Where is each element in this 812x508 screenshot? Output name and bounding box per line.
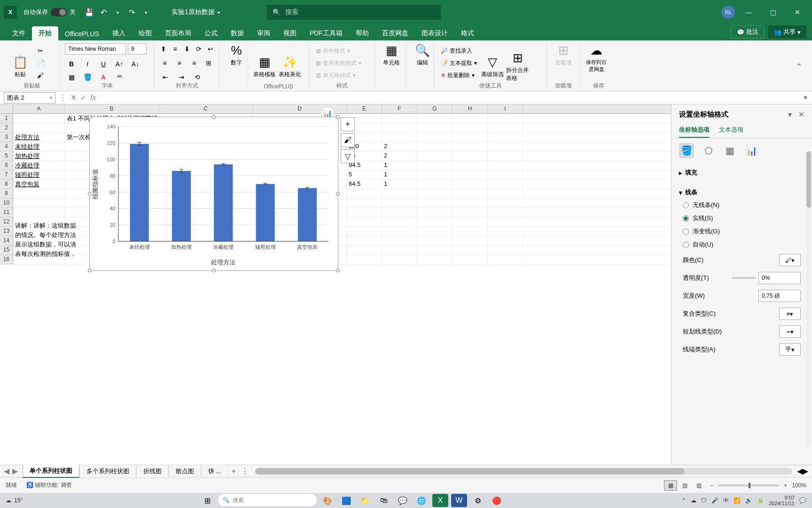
cell[interactable] <box>453 133 488 142</box>
cell[interactable] <box>347 246 382 254</box>
embedded-chart[interactable]: + 🖌 ▽ 020406080100120140未经处理加热处理冷藏处理辐照处理… <box>89 117 338 271</box>
cell[interactable] <box>453 161 488 170</box>
cell[interactable] <box>417 170 453 179</box>
row-header[interactable]: 8 <box>0 180 13 189</box>
indent-decrease-icon[interactable]: ⇤ <box>159 71 172 83</box>
cell[interactable]: 真空包装 <box>13 180 65 189</box>
cell[interactable]: 加热处理 <box>13 151 65 160</box>
share-button[interactable]: 👥 共享 ▾ <box>768 25 806 39</box>
cell[interactable] <box>382 208 417 217</box>
row-header[interactable]: 10 <box>0 198 13 208</box>
wrap-text-icon[interactable]: ↩ <box>206 43 215 55</box>
cell[interactable] <box>417 151 453 160</box>
cut-icon[interactable]: ✂ <box>34 45 47 56</box>
cell[interactable] <box>488 217 523 226</box>
axis-options-icon[interactable]: 📊 <box>744 143 759 158</box>
line-none-radio[interactable]: 无线条(N) <box>679 198 804 212</box>
close-button[interactable]: ✕ <box>787 3 808 22</box>
cell[interactable]: 处理方法 <box>13 133 65 142</box>
cell[interactable] <box>453 114 488 123</box>
task-word-icon[interactable]: W <box>451 494 467 507</box>
cell[interactable] <box>453 208 488 217</box>
pane-close-icon[interactable]: ✕ <box>798 110 804 119</box>
size-icon[interactable]: ▦ <box>722 143 737 158</box>
column-header[interactable]: H <box>453 104 488 113</box>
transparency-input[interactable] <box>758 272 801 284</box>
cell[interactable] <box>453 180 488 189</box>
lookup-button[interactable]: 🔎 查找录入 <box>439 45 479 56</box>
cell[interactable] <box>382 255 417 264</box>
spreadsheet-grid[interactable]: ABCDEFGHI 12345678910111213141516 表1 不同的… <box>0 104 671 465</box>
dropdown-icon[interactable]: ⋮ <box>59 93 67 102</box>
cell[interactable] <box>347 198 382 207</box>
task-edge-icon[interactable]: 🌐 <box>414 494 429 507</box>
line-auto-radio[interactable]: 自动(U) <box>679 238 804 251</box>
user-avatar[interactable]: RL <box>722 6 735 19</box>
tray-battery-icon[interactable]: 🔋 <box>757 497 764 504</box>
zoom-level[interactable]: 100% <box>792 482 806 489</box>
tray-volume-icon[interactable]: 🔊 <box>745 497 752 504</box>
cell[interactable] <box>453 198 488 207</box>
addins-button[interactable]: ⊞加载项 <box>552 43 575 67</box>
tray-mic-icon[interactable]: 🎤 <box>711 497 718 504</box>
cell[interactable] <box>488 123 523 132</box>
cell[interactable] <box>13 123 65 132</box>
tab-insert[interactable]: 插入 <box>106 26 132 40</box>
cell[interactable] <box>347 208 382 217</box>
row-header[interactable]: 3 <box>0 133 13 142</box>
cell[interactable]: 1 <box>382 180 417 189</box>
tray-defender-icon[interactable]: 🛡 <box>701 497 707 504</box>
document-name[interactable]: 实验1原始数据 ▾ <box>172 8 220 16</box>
font-size-select[interactable] <box>128 43 147 55</box>
taskbar-search[interactable]: 🔍 搜索 <box>218 494 317 506</box>
fill-color-icon[interactable]: 🪣 <box>81 71 94 83</box>
align-middle-icon[interactable]: ≡ <box>171 43 180 55</box>
column-header[interactable]: G <box>417 104 453 113</box>
cell[interactable] <box>417 198 453 207</box>
column-header[interactable]: A <box>13 104 65 113</box>
cell[interactable] <box>13 198 65 207</box>
align-right-icon[interactable]: ≡ <box>188 57 200 69</box>
effects-icon[interactable]: ⬠ <box>701 143 716 158</box>
line-section-header[interactable]: ▾ 线条 <box>679 186 804 198</box>
pane-tab-text-options[interactable]: 文本选项 <box>719 123 743 138</box>
view-normal-icon[interactable]: ▦ <box>664 480 677 491</box>
save-baidu-button[interactable]: ☁保存到百度网盘 <box>585 43 608 73</box>
confirm-icon[interactable]: ✓ <box>80 93 86 102</box>
view-page-layout-icon[interactable]: ▤ <box>678 480 691 491</box>
tab-file[interactable]: 文件 <box>6 26 32 40</box>
tab-officeplus[interactable]: OfficePLUS <box>58 27 106 40</box>
undo-icon[interactable]: ↶ <box>96 5 110 19</box>
underline-icon[interactable]: U <box>97 58 110 70</box>
fill-section-header[interactable]: ▸ 填充 <box>679 167 804 179</box>
pane-dropdown-icon[interactable]: ▾ <box>788 110 792 119</box>
save-icon[interactable]: 💾 <box>82 5 96 19</box>
undo-dropdown-icon[interactable]: ▾ <box>110 5 125 19</box>
cell[interactable] <box>488 208 523 217</box>
task-record-icon[interactable]: 🔴 <box>489 494 505 507</box>
align-top-icon[interactable]: ⬆ <box>159 43 168 55</box>
zoom-slider[interactable] <box>718 484 779 486</box>
resize-handle[interactable] <box>88 192 92 196</box>
cap-select[interactable]: 平▾ <box>779 343 801 356</box>
cell[interactable] <box>488 236 523 245</box>
row-header[interactable]: 6 <box>0 161 13 170</box>
transparency-slider[interactable] <box>732 277 756 279</box>
cell[interactable] <box>382 114 417 123</box>
add-sheet-icon[interactable]: + <box>228 467 239 476</box>
start-icon[interactable]: ⊞ <box>199 494 215 507</box>
cell[interactable] <box>417 236 453 245</box>
italic-icon[interactable]: I <box>81 58 94 70</box>
sheet-tab-pie[interactable]: 饼 ... <box>201 465 228 478</box>
tab-help[interactable]: 帮助 <box>349 26 375 40</box>
cell[interactable] <box>453 227 488 236</box>
cell[interactable] <box>347 227 382 236</box>
cell[interactable]: 2 <box>382 142 417 151</box>
zoom-out-icon[interactable]: − <box>710 482 713 489</box>
dash-select[interactable]: ┅▾ <box>779 325 801 338</box>
cell[interactable] <box>417 208 453 217</box>
merge-icon[interactable]: ⊞ <box>203 57 215 69</box>
chart-elements-icon[interactable]: + <box>341 117 355 131</box>
tray-notifications-icon[interactable]: 💬 <box>799 497 806 504</box>
cell[interactable] <box>453 217 488 226</box>
